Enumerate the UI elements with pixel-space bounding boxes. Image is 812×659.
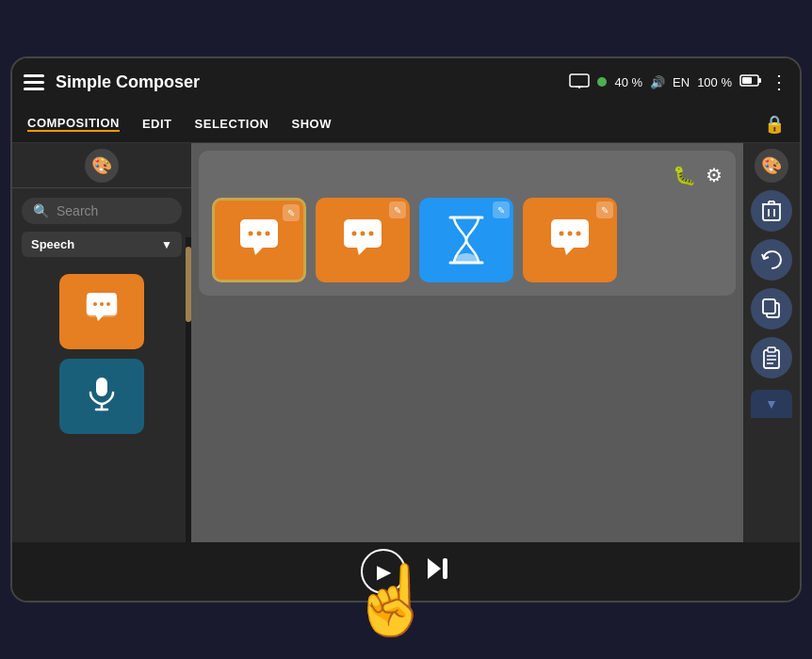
svg-point-9 [106, 302, 110, 306]
battery-percent: 40 % [614, 75, 642, 89]
undo-button[interactable] [751, 239, 792, 281]
popup-tile-speech-1[interactable]: ✎ [212, 198, 306, 282]
right-palette-icon: 🎨 [761, 155, 782, 176]
monitor-icon [569, 73, 590, 91]
speech-tile[interactable] [59, 274, 144, 349]
bug-icon[interactable]: 🐛 [673, 164, 696, 186]
palette-row: 🎨 [12, 143, 191, 188]
mic-tile[interactable] [59, 359, 144, 434]
palette-button[interactable]: 🎨 [85, 149, 119, 183]
bottom-bar: ▶ [12, 542, 800, 601]
battery-icon [739, 74, 762, 89]
right-panel: 🎨 [743, 143, 800, 542]
device-frame: Simple Composer 40 % 🔊 EN 100 % [10, 56, 802, 603]
svg-point-14 [257, 232, 262, 236]
svg-rect-32 [768, 347, 775, 352]
svg-point-15 [266, 232, 270, 236]
palette-icon: 🎨 [91, 155, 112, 176]
popup-tile-speech-2[interactable]: ✎ [316, 198, 410, 282]
lock-icon-container: 🔒 [764, 114, 785, 135]
microphone-icon [87, 376, 117, 418]
popup-tile-speech-3[interactable]: ✎ [523, 198, 617, 282]
search-input[interactable] [57, 203, 171, 218]
brightness-value: 100 % [697, 75, 732, 89]
svg-rect-22 [763, 204, 780, 220]
svg-point-8 [100, 302, 104, 306]
svg-rect-30 [763, 299, 775, 313]
app-title: Simple Composer [56, 72, 569, 92]
svg-point-20 [568, 232, 573, 236]
copy-button[interactable] [751, 288, 792, 330]
svg-rect-4 [742, 77, 752, 84]
paste-button[interactable] [751, 337, 792, 378]
menu-item-edit[interactable]: EDIT [142, 117, 172, 131]
menu-bar: COMPOSITION EDIT SELECTION SHOW 🔒 [12, 105, 800, 143]
popup-tile-timer[interactable]: ✎ [419, 198, 513, 282]
edit-badge-2: ✎ [389, 201, 406, 218]
lock-icon[interactable]: 🔒 [764, 115, 785, 134]
status-bar: 40 % 🔊 EN 100 % ⋮ [569, 71, 788, 93]
scroll-down-indicator: ▼ [751, 390, 792, 418]
edit-badge-4: ✎ [596, 201, 613, 218]
settings-icon[interactable]: ⚙ [706, 164, 723, 186]
svg-point-18 [369, 232, 374, 236]
hamburger-menu[interactable] [24, 74, 44, 90]
filter-label: Speech [31, 237, 74, 251]
svg-rect-10 [96, 378, 107, 396]
top-bar: Simple Composer 40 % 🔊 EN 100 % [12, 58, 800, 105]
skip-button[interactable] [425, 556, 451, 587]
tile-grid [12, 266, 191, 442]
search-icon: 🔍 [33, 203, 49, 218]
svg-point-13 [249, 232, 253, 236]
volume-icon: 🔊 [650, 75, 665, 89]
menu-item-show[interactable]: SHOW [291, 117, 331, 131]
delete-button[interactable] [751, 190, 792, 232]
popup-overlay: 🐛 ⚙ ✎ [199, 151, 736, 296]
filter-dropdown[interactable]: Speech ▼ [22, 232, 182, 257]
search-bar[interactable]: 🔍 [22, 198, 182, 224]
svg-point-16 [352, 232, 357, 236]
svg-rect-5 [758, 78, 761, 83]
svg-point-21 [577, 232, 581, 236]
svg-point-7 [93, 302, 97, 306]
battery-dot [597, 77, 607, 87]
left-panel: 🎨 🔍 Speech ▼ [12, 143, 191, 542]
svg-point-17 [361, 232, 365, 236]
svg-rect-37 [443, 558, 447, 579]
language-label: EN [673, 75, 690, 89]
menu-item-composition[interactable]: COMPOSITION [27, 116, 120, 132]
play-icon: ▶ [377, 560, 391, 583]
chevron-down-icon: ▼ [161, 238, 172, 251]
edit-badge-3: ✎ [493, 201, 510, 218]
popup-toolbar: 🐛 ⚙ [212, 164, 723, 186]
main-content: 🎨 🔍 Speech ▼ [12, 143, 800, 542]
popup-tiles: ✎ ✎ [212, 198, 723, 282]
menu-item-selection[interactable]: SELECTION [195, 117, 269, 131]
center-panel: 🐛 ⚙ ✎ [191, 143, 743, 542]
speech-bubble-icon [83, 292, 121, 332]
right-palette-button[interactable]: 🎨 [755, 149, 788, 183]
svg-point-19 [560, 232, 564, 236]
play-button[interactable]: ▶ [361, 549, 406, 594]
svg-rect-0 [570, 74, 589, 87]
more-options-icon[interactable]: ⋮ [770, 71, 788, 93]
svg-marker-36 [428, 558, 441, 579]
edit-badge-1: ✎ [283, 204, 300, 221]
